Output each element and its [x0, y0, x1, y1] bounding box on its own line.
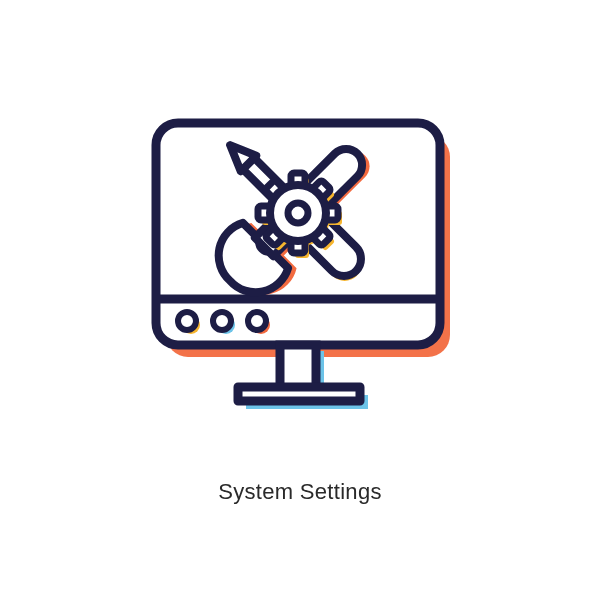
system-settings-icon — [130, 95, 470, 455]
system-settings-illustration — [130, 95, 470, 455]
svg-point-5 — [178, 312, 196, 330]
caption-label: System Settings — [218, 479, 381, 505]
svg-rect-13 — [238, 387, 360, 401]
svg-point-40 — [288, 203, 308, 223]
svg-point-7 — [213, 312, 231, 330]
svg-point-9 — [248, 312, 266, 330]
